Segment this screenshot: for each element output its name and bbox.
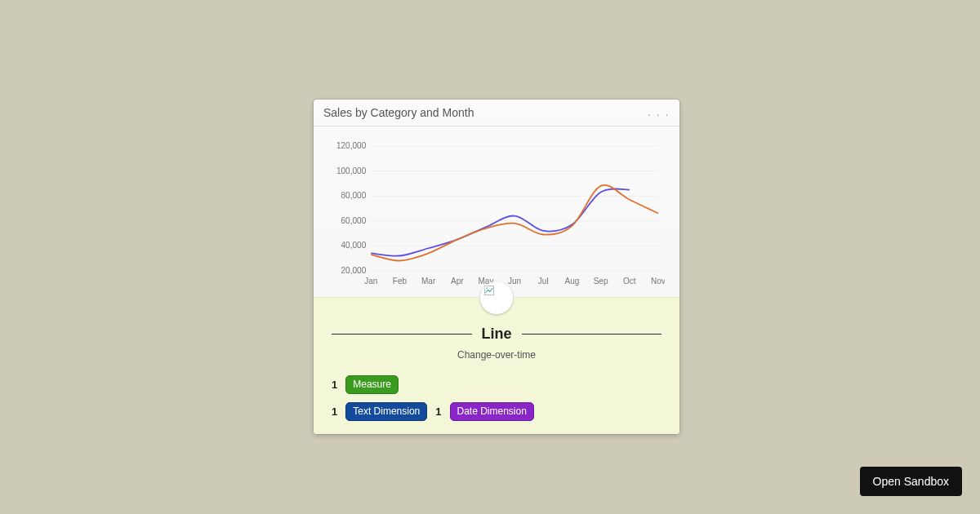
- svg-text:Jan: Jan: [364, 277, 377, 286]
- svg-text:Mar: Mar: [421, 277, 436, 286]
- svg-text:60,000: 60,000: [341, 216, 367, 225]
- chart-card: Sales by Category and Month . . . 20,000…: [314, 100, 679, 434]
- svg-text:Jul: Jul: [538, 277, 549, 286]
- chart-subtitle: Change-over-time: [332, 349, 662, 361]
- svg-text:120,000: 120,000: [336, 141, 367, 150]
- line-chart: 20,00040,00060,00080,000100,000120,000Ja…: [328, 138, 665, 294]
- meta-title-line: Line: [332, 326, 662, 343]
- svg-text:Oct: Oct: [623, 277, 636, 286]
- card-title: Sales by Category and Month: [323, 106, 474, 119]
- chart-type-label: Line: [482, 326, 512, 343]
- card-more-menu[interactable]: . . .: [648, 107, 670, 118]
- svg-text:100,000: 100,000: [336, 166, 367, 175]
- svg-text:Sep: Sep: [594, 277, 608, 286]
- svg-text:Jun: Jun: [508, 277, 521, 286]
- svg-text:Apr: Apr: [451, 277, 464, 286]
- measure-pill[interactable]: Measure: [345, 375, 399, 394]
- svg-text:80,000: 80,000: [341, 191, 367, 200]
- text-dimension-count: 1: [332, 405, 337, 418]
- pill-row-measure: 1 Measure: [332, 375, 662, 394]
- measure-count: 1: [332, 379, 337, 391]
- chart-meta-panel: Line Change-over-time 1 Measure 1 Text D…: [314, 297, 679, 434]
- card-header: Sales by Category and Month . . .: [314, 100, 679, 126]
- avatar: [480, 281, 513, 314]
- svg-text:40,000: 40,000: [341, 241, 367, 250]
- svg-text:Aug: Aug: [565, 277, 580, 286]
- text-dimension-pill[interactable]: Text Dimension: [345, 402, 427, 421]
- svg-text:20,000: 20,000: [341, 266, 367, 275]
- divider-left: [332, 334, 472, 335]
- divider-right: [522, 334, 662, 335]
- date-dimension-count: 1: [435, 405, 441, 418]
- svg-text:Nov: Nov: [651, 277, 665, 286]
- svg-text:Feb: Feb: [393, 277, 408, 286]
- open-sandbox-button[interactable]: Open Sandbox: [860, 467, 962, 496]
- broken-image-icon: [484, 286, 494, 295]
- field-pills: 1 Measure 1 Text Dimension 1 Date Dimens…: [332, 375, 662, 421]
- date-dimension-pill[interactable]: Date Dimension: [450, 402, 534, 421]
- chart-area: 20,00040,00060,00080,000100,000120,000Ja…: [314, 126, 679, 297]
- pill-row-dimensions: 1 Text Dimension 1 Date Dimension: [332, 402, 662, 421]
